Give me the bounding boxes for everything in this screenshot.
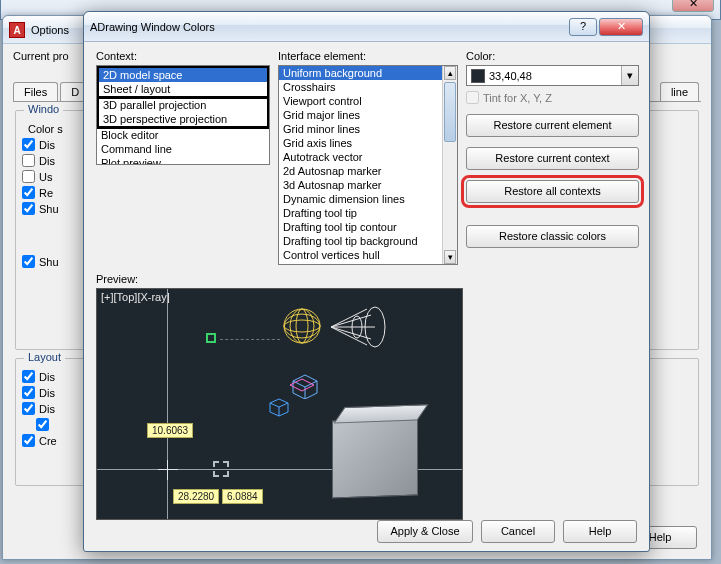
- tab-line[interactable]: line: [660, 82, 699, 101]
- context-item[interactable]: Sheet / layout: [99, 82, 267, 96]
- chevron-down-icon[interactable]: ▾: [621, 66, 638, 85]
- preview-label: Preview:: [96, 273, 637, 285]
- color-combo[interactable]: 33,40,48 ▾: [466, 65, 639, 86]
- color-value: 33,40,48: [489, 70, 532, 82]
- preview-wire-box2-icon: [267, 397, 291, 417]
- preview-solid-box: [332, 417, 418, 498]
- dwc-titlebar[interactable]: A Drawing Window Colors ? ✕: [84, 12, 649, 42]
- interface-label: Interface element:: [278, 50, 458, 62]
- chk-cre-label: Cre: [39, 435, 57, 447]
- context-item[interactable]: 3D perspective projection: [99, 112, 267, 126]
- interface-listbox[interactable]: Uniform background Crosshairs Viewport c…: [278, 65, 458, 265]
- chk-re[interactable]: [22, 186, 35, 199]
- apply-close-button[interactable]: Apply & Close: [377, 520, 473, 543]
- preview-dim-tag: 6.0884: [222, 489, 263, 504]
- svg-point-1: [284, 320, 320, 332]
- interface-item[interactable]: Drafting tool tip background: [279, 234, 442, 248]
- dwc-help-winbutton[interactable]: ?: [569, 18, 597, 36]
- cancel-button[interactable]: Cancel: [481, 520, 555, 543]
- interface-item[interactable]: Control vertices hull: [279, 248, 442, 262]
- chk-l-dis1[interactable]: [22, 370, 35, 383]
- interface-item[interactable]: Crosshairs: [279, 80, 442, 94]
- chk-cre[interactable]: [22, 434, 35, 447]
- svg-point-4: [284, 314, 320, 338]
- interface-item[interactable]: Grid minor lines: [279, 122, 442, 136]
- tint-label: Tint for X, Y, Z: [483, 92, 552, 104]
- preview-snap-marker-icon: [206, 333, 216, 343]
- dwc-close-winbutton[interactable]: ✕: [599, 18, 643, 36]
- interface-item[interactable]: Drafting tool tip: [279, 206, 442, 220]
- preview-axis-v: [167, 289, 168, 519]
- scroll-thumb[interactable]: [444, 82, 456, 142]
- help-button[interactable]: Help: [563, 520, 637, 543]
- context-label: Context:: [96, 50, 270, 62]
- dwc-app-icon: A: [90, 21, 97, 33]
- preview-wire-box1-icon: [289, 373, 319, 399]
- interface-item[interactable]: 2d Autosnap marker: [279, 164, 442, 178]
- context-item[interactable]: 3D parallel projection: [99, 98, 267, 112]
- context-item[interactable]: Block editor: [97, 128, 269, 142]
- preview-wire-sphere-icon: [282, 307, 322, 345]
- dwc-title-text: Drawing Window Colors: [97, 21, 214, 33]
- restore-current-context-button[interactable]: Restore current context: [466, 147, 639, 170]
- interface-item[interactable]: Light glyphs: [279, 262, 442, 264]
- chk-l-dis2[interactable]: [22, 386, 35, 399]
- color-swatch: [471, 69, 485, 83]
- restore-classic-colors-button[interactable]: Restore classic colors: [466, 225, 639, 248]
- interface-item[interactable]: Drafting tool tip contour: [279, 220, 442, 234]
- interface-scrollbar[interactable]: ▴ ▾: [442, 66, 457, 264]
- preview-corner-text: [+][Top][X-ray]: [101, 291, 170, 303]
- chk-shu[interactable]: [22, 202, 35, 215]
- color-label: Color:: [466, 50, 639, 62]
- interface-item[interactable]: Dynamic dimension lines: [279, 192, 442, 206]
- chk-shu2[interactable]: [22, 255, 35, 268]
- context-item[interactable]: Plot preview: [97, 156, 269, 165]
- interface-item[interactable]: Grid major lines: [279, 108, 442, 122]
- chk-l-dis3-label: Dis: [39, 403, 55, 415]
- chk-re-label: Re: [39, 187, 53, 199]
- chk-dis1-label: Dis: [39, 139, 55, 151]
- context-listbox[interactable]: 2D model space Sheet / layout 3D paralle…: [96, 65, 270, 165]
- restore-current-element-button[interactable]: Restore current element: [466, 114, 639, 137]
- options-title: Options: [31, 24, 69, 36]
- preview-panel: [+][Top][X-ray]: [96, 288, 463, 520]
- chk-shu-label: Shu: [39, 203, 59, 215]
- chk-l-sub[interactable]: [36, 418, 49, 431]
- chk-us[interactable]: [22, 170, 35, 183]
- tab-files[interactable]: Files: [13, 82, 58, 101]
- background-close-button[interactable]: ✕: [672, 0, 714, 12]
- preview-dim-tag: 10.6063: [147, 423, 193, 438]
- chk-dis1[interactable]: [22, 138, 35, 151]
- interface-item[interactable]: Grid axis lines: [279, 136, 442, 150]
- chk-dis2[interactable]: [22, 154, 35, 167]
- context-item[interactable]: Command line: [97, 142, 269, 156]
- chk-l-dis1-label: Dis: [39, 371, 55, 383]
- preview-dim-tag: 28.2280: [173, 489, 219, 504]
- group-layout-title: Layout: [24, 351, 65, 363]
- scroll-down-icon[interactable]: ▾: [444, 250, 456, 264]
- group-window-title: Windo: [24, 103, 63, 115]
- interface-item[interactable]: 3d Autosnap marker: [279, 178, 442, 192]
- chk-shu2-label: Shu: [39, 256, 59, 268]
- interface-item[interactable]: Autotrack vector: [279, 150, 442, 164]
- interface-item[interactable]: Uniform background: [279, 66, 442, 80]
- preview-pickbox-icon: [213, 461, 229, 477]
- chk-dis2-label: Dis: [39, 155, 55, 167]
- restore-all-contexts-button[interactable]: Restore all contexts: [466, 180, 639, 203]
- context-item[interactable]: 2D model space: [99, 68, 267, 82]
- preview-wire-cone-icon: [329, 303, 387, 351]
- interface-item[interactable]: Viewport control: [279, 94, 442, 108]
- tint-checkbox: [466, 91, 479, 104]
- scroll-up-icon[interactable]: ▴: [444, 66, 456, 80]
- chk-l-dis2-label: Dis: [39, 387, 55, 399]
- chk-us-label: Us: [39, 171, 52, 183]
- chk-l-dis3[interactable]: [22, 402, 35, 415]
- preview-crosshair-icon: [162, 464, 174, 476]
- drawing-window-colors-dialog: A Drawing Window Colors ? ✕ Context: 2D …: [83, 11, 650, 552]
- app-icon: A: [9, 22, 25, 38]
